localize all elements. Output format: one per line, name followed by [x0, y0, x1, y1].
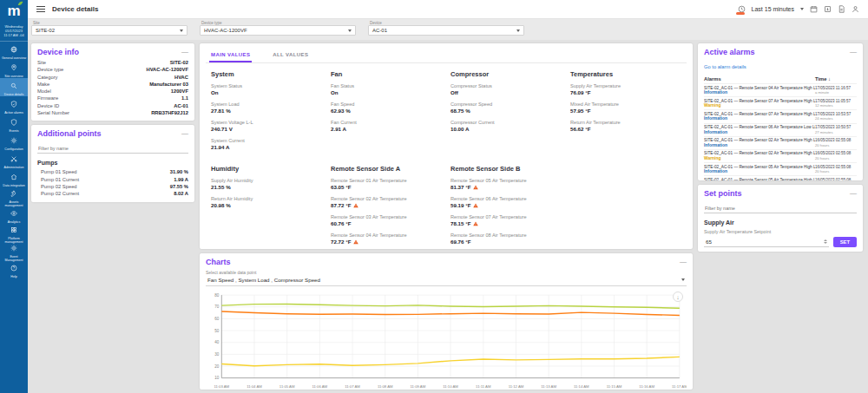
alarm-severity: Information	[704, 90, 815, 95]
alarm-relative-time: 20 hours	[815, 143, 857, 147]
clock-icon[interactable]	[738, 5, 746, 13]
alarm-relative-time: a minute	[815, 90, 857, 95]
tab-all-values[interactable]: ALL VALUES	[271, 49, 310, 62]
device-info-row: Serial NumberRRB37HF92J12	[37, 109, 188, 116]
point-value: 87.72 °F	[331, 202, 442, 209]
data-point: Compressor Current10.00 A	[450, 120, 562, 133]
points-filter-input[interactable]	[37, 144, 188, 154]
topbar: Device details Last 15 minutes	[28, 0, 868, 19]
alarm-row[interactable]: SITE-02_AC-01 — Remote Sensor 05 Air Tem…	[704, 162, 857, 175]
point-value: 21.94 A	[211, 144, 322, 151]
device-info-row: Firmware1.1	[37, 95, 188, 102]
alarm-row[interactable]: SITE-02_AC-01 — Remote Sensor 07 Air Tem…	[704, 109, 857, 122]
supply-air-group-title: Supply Air	[704, 219, 857, 226]
sidebar-item-assets-management[interactable]: Assets management	[0, 187, 28, 206]
section-title: Compressor	[450, 70, 562, 78]
data-point: Fan StatusOn	[331, 83, 442, 96]
collapse-icon[interactable]: —	[181, 49, 188, 55]
menu-icon[interactable]	[36, 6, 45, 13]
filter-device: DeviceAC-01	[368, 21, 524, 40]
filter-device-type: Device typeHVAC-AC-1200VF	[200, 21, 356, 40]
svg-text:11:05 AM: 11:05 AM	[279, 384, 295, 389]
point-value: 81.37 °F	[450, 184, 562, 191]
alarm-details-link[interactable]: Go to alarm details	[704, 64, 746, 69]
point-label: System Status	[211, 83, 322, 89]
alarms-table-header: Alarms Time ↓	[704, 76, 857, 83]
chevron-down-icon[interactable]	[800, 8, 804, 10]
filter-select[interactable]: HVAC-AC-1200VF	[200, 25, 356, 36]
additional-points-card: Additional points — Pumps Pump 01 Speed3…	[31, 125, 194, 201]
device-info-row: Device typeHVAC-AC-1200VF	[37, 66, 188, 73]
sidebar-item-device-details[interactable]: Device details	[0, 78, 28, 96]
tab-main-values[interactable]: MAIN VALUES	[209, 49, 252, 62]
warning-icon	[473, 221, 478, 226]
data-point: Remote Sensor 06 Air Temperature59.19 °F	[450, 196, 562, 209]
collapse-icon[interactable]: —	[181, 131, 188, 136]
svg-text:11:10 AM: 11:10 AM	[443, 384, 458, 389]
point-value: 27.81 %	[211, 108, 322, 115]
alarm-row[interactable]: SITE-02_AC-01 — Remote Sensor 04 Air Tem…	[704, 83, 857, 96]
alarm-row[interactable]: SITE-02_AC-01 — Remote Sensor 06 Air Tem…	[704, 123, 857, 136]
collapse-icon[interactable]: —	[850, 49, 857, 55]
setpoint-input[interactable]: 65	[704, 237, 829, 247]
sidebar-item-help[interactable]: Help	[0, 260, 28, 278]
setpoint-row: 65 SET	[704, 237, 857, 247]
app-logo[interactable]: m	[0, 0, 28, 23]
alarm-row[interactable]: SITE-02_AC-01 — Remote Sensor 07 Air Tem…	[704, 96, 857, 109]
set-points-card: Set points — Supply Air Supply Air Tempe…	[698, 185, 863, 252]
point-label: Fan Status	[331, 83, 442, 89]
filter-select[interactable]: AC-01	[368, 25, 524, 36]
alarm-row[interactable]: SITE-02_AC-01 — Remote Sensor 05 Air Tem…	[704, 175, 857, 180]
grid-icon	[10, 221, 17, 237]
set-points-title: Set points	[704, 189, 742, 198]
datapoint-select[interactable]: Fan Speed , System Load , Compressor Spe…	[206, 275, 687, 286]
sidebar-item-event-management[interactable]: Event Management	[0, 242, 28, 260]
section-title: Temperatures	[570, 70, 681, 78]
sidebar-item-site-overview[interactable]: Site overview	[0, 60, 28, 78]
alarm-severity: Information	[704, 130, 815, 135]
quantity-stepper[interactable]	[824, 239, 827, 244]
device-info-card: Device info — SiteSITE-02Device typeHVAC…	[31, 43, 194, 121]
calendar-icon[interactable]	[810, 5, 818, 13]
alarm-severity: Warning	[704, 156, 815, 161]
collapse-icon[interactable]: —	[680, 259, 687, 265]
alarm-row[interactable]: SITE-02_AC-01 — Remote Sensor 02 Air Tem…	[704, 136, 857, 149]
point-label: Fan Speed	[331, 102, 442, 108]
sidebar-item-label: Help	[10, 276, 16, 279]
sidebar-item-general-overview[interactable]: General overview	[0, 42, 28, 60]
alarm-row[interactable]: SITE-02_AC-01 — Remote Sensor 02 Air Tem…	[704, 149, 857, 162]
data-point: Fan Current2.91 A	[331, 120, 442, 133]
point-label: Remote Sensor 07 Air Temperature	[450, 214, 562, 220]
set-button[interactable]: SET	[833, 237, 857, 247]
sidebar: m Wednesday 05/17/2023 11:17 AM -04 Gene…	[0, 0, 28, 393]
setpoints-filter-input[interactable]	[704, 204, 857, 213]
report-icon[interactable]	[838, 5, 845, 13]
chart-download-button[interactable]: ↓	[673, 291, 683, 302]
page-title: Device details	[52, 5, 98, 13]
sidebar-item-configuration[interactable]: Configuration	[0, 133, 28, 151]
charts-title: Charts	[206, 258, 231, 266]
data-point: Compressor Speed68.75 %	[450, 102, 562, 115]
svg-text:11:04 AM: 11:04 AM	[247, 384, 262, 389]
data-point: Remote Sensor 05 Air Temperature81.37 °F	[450, 178, 562, 191]
data-point: Return Air Humidity20.98 %	[211, 196, 322, 209]
sidebar-item-active-alarms[interactable]: Active alarms	[0, 96, 28, 115]
sidebar-item-events[interactable]: Events	[0, 115, 28, 133]
time-column-header[interactable]: Time ↓	[815, 76, 857, 82]
section-fan: FanFan StatusOnFan Speed62.93 %Fan Curre…	[331, 70, 442, 156]
point-value: 10.00 A	[450, 126, 562, 133]
sidebar-item-administration[interactable]: Administration	[0, 151, 28, 169]
point-label: Remote Sensor 08 Air Temperature	[450, 233, 562, 239]
collapse-icon[interactable]: —	[850, 191, 857, 196]
point-value: 62.93 %	[331, 108, 442, 115]
filter-select[interactable]: SITE-02	[31, 25, 187, 36]
point-label: Mixed Air Temperature	[570, 102, 681, 108]
user-icon[interactable]	[852, 5, 859, 13]
point-label: Remote Sensor 02 Air Temperature	[331, 196, 442, 202]
time-range-selector[interactable]: Last 15 minutes	[752, 6, 794, 12]
export-icon[interactable]	[824, 5, 832, 13]
alarm-severity: Information	[704, 143, 815, 148]
alarm-relative-time: 12 minutes	[815, 103, 857, 108]
chevron-down-icon	[180, 29, 183, 32]
sidebar-datetime: Wednesday 05/17/2023 11:17 AM -04	[0, 23, 28, 42]
